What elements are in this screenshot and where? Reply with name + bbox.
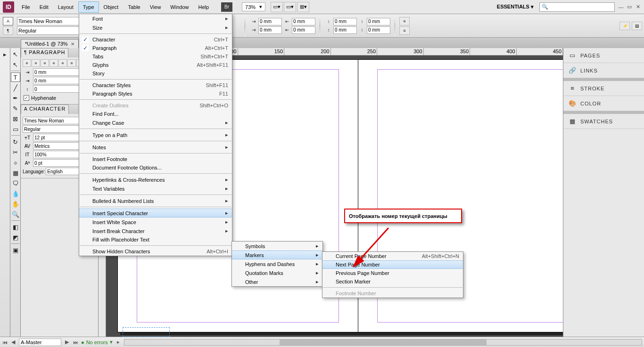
justify-right[interactable]: ≡: [67, 59, 76, 67]
align-left[interactable]: ≡: [23, 59, 31, 67]
markers-item-section-marker[interactable]: Section Marker: [322, 277, 463, 286]
apply-color-tool[interactable]: ◩: [11, 233, 20, 242]
last-page-button[interactable]: ⏭: [73, 339, 78, 345]
close-button[interactable]: ✕: [635, 4, 641, 10]
search-field[interactable]: 🔍: [539, 2, 615, 12]
next-page-button[interactable]: ▶: [64, 339, 70, 345]
links-panel[interactable]: 🔗LINKS: [563, 63, 644, 78]
open-button[interactable]: ▸: [116, 339, 121, 345]
stroke-panel[interactable]: ≡STROKE: [563, 81, 644, 96]
menu-layout[interactable]: Layout: [53, 1, 78, 13]
restore-button[interactable]: ▭: [626, 4, 633, 10]
pages-panel[interactable]: ▭PAGES: [563, 48, 644, 63]
panel-menu-icon[interactable]: ▤: [632, 22, 642, 30]
free-transform-tool[interactable]: ⟐: [11, 158, 20, 167]
menu-item-change-case[interactable]: Change Case▸: [79, 118, 232, 127]
view-mode-tool[interactable]: ▣: [11, 245, 20, 255]
submenu-item-hyphens-and-dashes[interactable]: Hyphens and Dashes▸: [232, 259, 322, 268]
font-family-field[interactable]: Times New Roman▾: [17, 17, 83, 25]
submenu-item-markers[interactable]: Markers▸: [232, 250, 322, 259]
rotate-tool[interactable]: ↻: [11, 137, 20, 146]
align-right[interactable]: ≡: [41, 59, 49, 67]
menu-item-character-styles[interactable]: Character StylesShift+F11: [79, 81, 232, 89]
zoom-tool[interactable]: 🔍: [11, 210, 20, 219]
menu-item-document-footnote-options-[interactable]: Document Footnote Options...: [79, 163, 232, 172]
submenu-item-other[interactable]: Other▸: [232, 277, 322, 286]
space-before[interactable]: 0 mm: [333, 18, 357, 25]
selection-tool[interactable]: ↖: [11, 49, 20, 59]
pencil-tool[interactable]: ✎: [11, 104, 20, 113]
hand-tool[interactable]: ✋: [11, 199, 20, 209]
paragraph-tab[interactable]: ¶ PARAGRAPH: [21, 48, 68, 57]
character-tab[interactable]: A CHARACTER: [21, 105, 69, 114]
swatches-panel[interactable]: ▦SWATCHES: [563, 114, 644, 129]
justify-left[interactable]: ≡: [50, 59, 58, 67]
menu-window[interactable]: Window: [165, 1, 193, 13]
page-indicator[interactable]: A-Master: [19, 339, 61, 346]
menu-item-paragraph[interactable]: ✓ParagraphAlt+Ctrl+T: [79, 44, 232, 52]
justify-center[interactable]: ≡: [58, 59, 67, 67]
expand-icon[interactable]: ▸: [0, 49, 10, 59]
view-mode-2[interactable]: ▭▾: [284, 2, 296, 12]
line-tool[interactable]: ╱: [11, 83, 20, 92]
menu-item-type-on-a-path[interactable]: Type on a Path▸: [79, 130, 232, 139]
menu-item-text-variables[interactable]: Text Variables▸: [79, 184, 232, 193]
close-tab-icon[interactable]: ✕: [71, 41, 74, 47]
submenu-item-symbols[interactable]: Symbols▸: [232, 242, 322, 250]
menu-item-paragraph-styles[interactable]: Paragraph StylesF11: [79, 89, 232, 98]
space-after-2[interactable]: 0 mm: [367, 26, 390, 34]
rectangle-frame-tool[interactable]: ⊠: [11, 114, 20, 123]
menu-item-bulleted-numbered-lists[interactable]: Bulleted & Numbered Lists▸: [79, 196, 232, 205]
last-line[interactable]: 0 mm: [292, 26, 315, 34]
first-line[interactable]: 0 mm: [258, 26, 282, 34]
prev-page-button[interactable]: ◀: [10, 339, 16, 345]
bridge-icon[interactable]: Br: [221, 2, 232, 12]
menu-item-show-hidden-characters[interactable]: Show Hidden CharactersAlt+Ctrl+I: [79, 247, 232, 256]
minimize-button[interactable]: —: [618, 4, 624, 10]
char-formatting-icon[interactable]: A: [3, 17, 13, 25]
document-tab[interactable]: *Untitled-1 @ 73% ✕: [21, 39, 79, 48]
menu-file[interactable]: File: [17, 1, 35, 13]
indent-left[interactable]: 0 mm: [258, 18, 282, 25]
horizontal-scrollbar[interactable]: [124, 339, 643, 346]
zoom-level[interactable]: 73%▾: [242, 2, 265, 11]
gradient-tool[interactable]: ▦: [11, 168, 20, 178]
numbering-icon[interactable]: ≡: [399, 26, 410, 35]
hyphenate-checkbox[interactable]: ✓: [24, 95, 29, 101]
direct-selection-tool[interactable]: ↖: [11, 60, 20, 69]
indent-right[interactable]: 0 mm: [292, 18, 315, 25]
note-tool[interactable]: 🗨: [11, 178, 20, 188]
collapse-strip[interactable]: ▸: [0, 48, 10, 337]
workspace-switcher[interactable]: ESSENTIALS ▾: [493, 2, 537, 12]
menu-item-size[interactable]: Size▸: [79, 23, 232, 32]
color-panel[interactable]: 🎨COLOR: [563, 96, 644, 111]
menu-object[interactable]: Object: [99, 1, 124, 13]
para-formatting-icon[interactable]: ¶: [3, 26, 13, 35]
quick-apply-icon[interactable]: ⚡: [619, 22, 630, 30]
fill-stroke-tool[interactable]: ◧: [11, 222, 20, 232]
menu-item-insert-white-space[interactable]: Insert White Space▸: [79, 218, 232, 226]
eyedropper-tool[interactable]: 💧: [11, 189, 20, 198]
first-page-button[interactable]: ⏮: [2, 339, 8, 345]
type-tool[interactable]: T: [11, 73, 20, 82]
view-mode-1[interactable]: ▭▾: [271, 2, 283, 12]
space-after[interactable]: 0 mm: [367, 18, 390, 25]
pen-tool[interactable]: ✒: [11, 93, 20, 103]
menu-item-insert-special-character[interactable]: Insert Special Character▸: [79, 209, 232, 218]
menu-edit[interactable]: Edit: [35, 1, 53, 13]
bullets-icon[interactable]: ≡: [399, 17, 410, 25]
menu-type[interactable]: Type: [78, 1, 99, 13]
menu-help[interactable]: Help: [193, 1, 214, 13]
scissors-tool[interactable]: ✂: [11, 147, 20, 157]
menu-item-fill-with-placeholder-text[interactable]: Fill with Placeholder Text: [79, 235, 232, 244]
align-center[interactable]: ≡: [32, 59, 40, 67]
menu-item-font[interactable]: Font▸: [79, 14, 232, 23]
space-before-2[interactable]: 0 mm: [333, 26, 357, 34]
submenu-item-quotation-marks[interactable]: Quotation Marks▸: [232, 268, 322, 277]
font-style-field[interactable]: Regular▾: [17, 26, 83, 35]
text-frame-selection[interactable]: [123, 327, 170, 337]
menu-item-story[interactable]: Story: [79, 69, 232, 78]
rectangle-tool[interactable]: ▭: [11, 124, 20, 134]
menu-item-find-font-[interactable]: Find Font...: [79, 110, 232, 118]
menu-item-glyphs[interactable]: GlyphsAlt+Shift+F11: [79, 61, 232, 69]
